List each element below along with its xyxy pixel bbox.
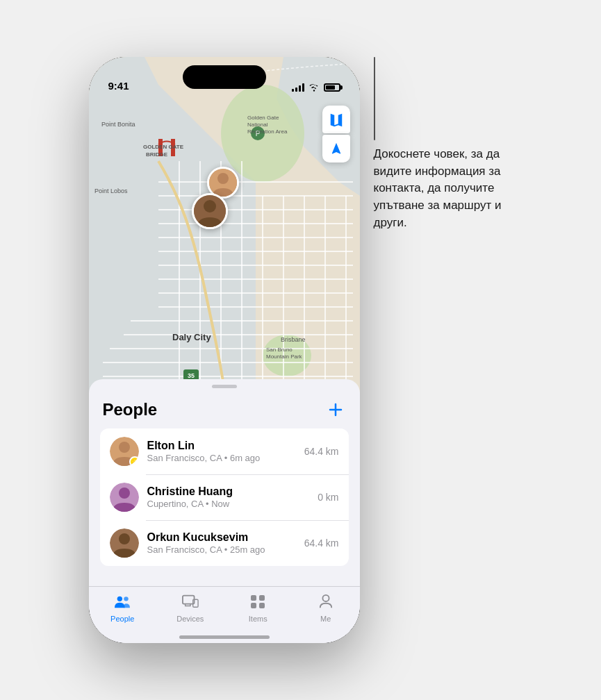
person-location-orkun: San Francisco, CA • 25m ago — [147, 544, 296, 555]
person-distance-orkun: 64.4 km — [304, 538, 339, 549]
svg-point-46 — [217, 173, 229, 184]
svg-rect-60 — [259, 595, 265, 601]
people-header: People — [89, 397, 360, 428]
map-area[interactable]: P 35 Point Bonita GOLDEN GATE BRIDGE Gol… — [89, 57, 360, 418]
person2-map-avatar — [194, 195, 226, 227]
me-tab-icon — [318, 594, 334, 612]
person-name-orkun: Orkun Kucuksevim — [147, 531, 296, 544]
star-badge-elton: ⭐ — [129, 456, 139, 466]
avatar-orkun — [110, 528, 139, 558]
svg-text:35: 35 — [187, 372, 194, 379]
map-type-button[interactable] — [322, 106, 350, 133]
avatar-elton: ⭐ — [110, 437, 139, 466]
phone-screen: 9:41 — [89, 57, 360, 643]
person-location-christine: Cupertino, CA • Now — [147, 499, 310, 509]
tab-devices[interactable]: Devices — [156, 594, 224, 623]
person-location-elton: San Francisco, CA • 6m ago — [147, 453, 296, 463]
person-row-elton[interactable]: ⭐ Elton Lin San Francisco, CA • 6m ago 6… — [100, 428, 349, 474]
tab-items[interactable]: Items — [224, 594, 293, 623]
svg-point-56 — [124, 597, 129, 601]
section-title: People — [103, 400, 158, 419]
person-row-orkun[interactable]: Orkun Kucuksevim San Francisco, CA • 25m… — [100, 520, 349, 566]
svg-rect-59 — [251, 595, 256, 601]
person1-map-avatar — [209, 169, 237, 197]
dynamic-island — [183, 65, 266, 89]
people-list: ⭐ Elton Lin San Francisco, CA • 6m ago 6… — [100, 428, 349, 566]
add-person-button[interactable] — [325, 399, 346, 420]
status-icons — [292, 83, 340, 92]
wifi-icon — [308, 83, 320, 92]
map-pin-person2[interactable] — [192, 193, 228, 229]
svg-text:San Bruno: San Bruno — [266, 347, 293, 353]
person-info-elton: Elton Lin San Francisco, CA • 6m ago — [147, 440, 296, 463]
annotation-area: Докоснете човек, за да видите информация… — [374, 57, 513, 231]
tab-label-me: Me — [320, 615, 331, 623]
svg-text:National: National — [247, 122, 268, 128]
svg-text:BRIDGE: BRIDGE — [146, 151, 168, 158]
person-row-christine[interactable]: Christine Huang Cupertino, CA • Now 0 km — [100, 474, 349, 520]
svg-rect-62 — [259, 603, 265, 608]
person-info-christine: Christine Huang Cupertino, CA • Now — [147, 485, 310, 509]
svg-text:GOLDEN GATE: GOLDEN GATE — [143, 144, 184, 150]
avatar-christine — [110, 483, 139, 512]
location-button[interactable] — [322, 135, 350, 162]
tab-me[interactable]: Me — [292, 594, 360, 623]
svg-point-54 — [119, 533, 130, 544]
svg-text:Recreation Area: Recreation Area — [247, 128, 288, 135]
items-tab-icon — [249, 594, 266, 612]
phone-frame: 9:41 — [89, 57, 360, 643]
person-name-christine: Christine Huang — [147, 485, 310, 498]
tab-label-devices: Devices — [176, 615, 204, 623]
tab-label-people: People — [110, 615, 134, 623]
page-wrapper: 9:41 — [89, 57, 513, 643]
person-name-elton: Elton Lin — [147, 440, 296, 452]
person-distance-christine: 0 km — [318, 492, 338, 503]
svg-text:Point Bonita: Point Bonita — [101, 121, 135, 128]
tab-bar: People Devices — [89, 586, 360, 643]
svg-rect-61 — [251, 603, 256, 608]
svg-text:Golden Gate: Golden Gate — [247, 115, 279, 121]
drag-handle[interactable] — [212, 385, 237, 388]
bottom-panel: People — [89, 379, 360, 643]
tab-label-items: Items — [249, 615, 267, 623]
people-tab-icon — [113, 594, 131, 612]
svg-point-52 — [119, 488, 130, 499]
signal-icon — [292, 83, 304, 92]
svg-point-50 — [119, 442, 130, 453]
person-distance-elton: 64.4 km — [304, 446, 339, 457]
bracket-line — [374, 57, 375, 140]
svg-text:Point Lobos: Point Lobos — [94, 188, 128, 194]
person-info-orkun: Orkun Kucuksevim San Francisco, CA • 25m… — [147, 531, 296, 555]
svg-text:Brisbane: Brisbane — [281, 336, 306, 343]
svg-point-48 — [204, 200, 216, 212]
svg-point-55 — [117, 597, 122, 601]
map-controls — [322, 106, 350, 162]
tab-people[interactable]: People — [89, 594, 157, 623]
annotation-text: Докоснете човек, за да видите информация… — [374, 146, 513, 231]
home-indicator — [179, 635, 270, 639]
devices-tab-icon — [182, 594, 199, 612]
annotation-bracket — [374, 57, 375, 140]
battery-icon — [324, 83, 340, 92]
svg-point-63 — [322, 595, 329, 601]
svg-text:Daly City: Daly City — [172, 332, 211, 342]
status-time: 9:41 — [108, 80, 129, 92]
svg-text:Mountain Park: Mountain Park — [266, 353, 303, 360]
